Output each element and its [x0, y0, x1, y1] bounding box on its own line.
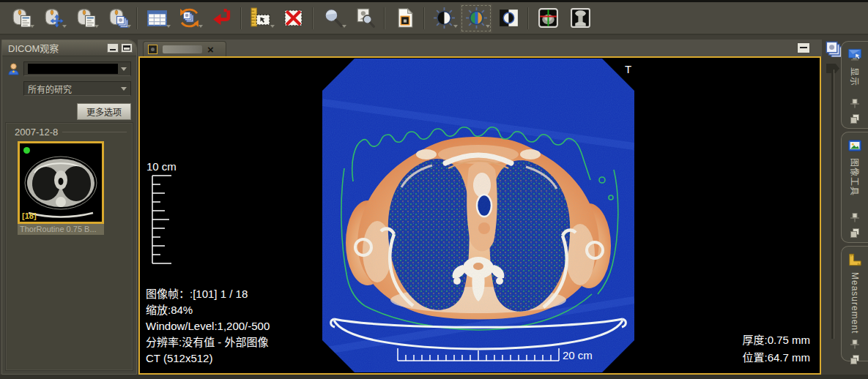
vertical-ruler: [150, 175, 174, 264]
dropdown-arrow-icon[interactable]: [486, 25, 490, 28]
slice-info-overlay: 厚度:0.75 mm 位置:64.7 mm: [742, 331, 810, 367]
mouse-annotate-tool-button[interactable]: [69, 4, 101, 33]
chevron-down-icon: [121, 87, 127, 91]
reference-lines-button[interactable]: [532, 4, 564, 33]
toolbar-separator: [527, 7, 529, 29]
file-export-icon: [393, 7, 416, 29]
image-tools-icon: [847, 138, 862, 153]
panel-title: DICOM观察: [8, 41, 59, 55]
dropdown-arrow-icon[interactable]: [342, 25, 346, 28]
export-image-button[interactable]: [388, 4, 420, 33]
dropdown-arrow-icon[interactable]: [166, 25, 171, 28]
viewport-minimize-button[interactable]: [797, 42, 810, 53]
pseudo-color-sun-icon: [465, 7, 488, 29]
invert-contrast-button[interactable]: [492, 4, 524, 33]
sidebar-tab-image-tools[interactable]: 图像工具: [841, 132, 868, 243]
study-filter-select[interactable]: 所有的研究: [23, 81, 131, 96]
dropdown-arrow-icon[interactable]: [270, 25, 275, 28]
series-caption[interactable]: ThorRoutine 0.75 B...: [18, 224, 104, 235]
ct-axial-image[interactable]: [322, 59, 634, 372]
series-thumbnail[interactable]: [18]: [18, 141, 104, 224]
patient-icon: [7, 62, 21, 76]
more-options-button[interactable]: 更多选项: [77, 103, 131, 120]
undo-reset-button[interactable]: [205, 4, 237, 33]
sidebar-tab-label: 显示: [849, 67, 861, 86]
slice-thickness: 厚度:0.75 mm: [742, 331, 810, 349]
float-window-icon[interactable]: [850, 354, 860, 364]
series-list: 2007-12-8: [5, 122, 133, 371]
dicom-viewer-window: DICOM观察 所有的研究 更多选项: [0, 0, 868, 379]
info-modality: CT (512x512): [146, 350, 270, 367]
ct-thumbnail-image: [20, 143, 102, 222]
orientation-marker: T: [625, 63, 631, 75]
rotate-series-button[interactable]: [173, 4, 205, 33]
patient-name-redacted: [28, 64, 118, 74]
toolbar-separator: [423, 7, 425, 29]
info-zoom: 缩放:84%: [146, 302, 270, 318]
panel-maximize-button[interactable]: [121, 43, 133, 53]
float-window-icon[interactable]: [850, 113, 860, 124]
invert-icon: [497, 7, 520, 29]
mouse-report-tool-button[interactable]: [4, 4, 37, 33]
grid-icon: [146, 7, 168, 29]
main-toolbar: [0, 2, 868, 35]
window-bottom-edge: [0, 375, 868, 379]
magnifier-image-icon: [354, 7, 376, 29]
mouse-stack-scroll-tool-button[interactable]: [101, 4, 133, 33]
tab-title-redacted: [163, 45, 202, 53]
toolbar-separator: [384, 7, 385, 29]
display-monitor-icon: [847, 48, 862, 62]
viewer-tab[interactable]: ×: [143, 41, 226, 56]
dropdown-arrow-icon[interactable]: [94, 25, 99, 28]
pseudo-color-button[interactable]: [460, 4, 492, 33]
chevron-down-icon: [121, 67, 127, 71]
series-status-dot: [23, 147, 30, 154]
float-window-icon[interactable]: [850, 228, 860, 238]
zoom-tool-button[interactable]: [316, 4, 349, 33]
dropdown-arrow-icon[interactable]: [453, 25, 458, 28]
pin-icon[interactable]: [850, 339, 860, 349]
measurement-ruler-icon: [847, 252, 862, 267]
layout-grid-button[interactable]: [141, 4, 173, 33]
reference-lines-icon: [537, 7, 560, 29]
frame-count-badge: [18]: [22, 211, 37, 220]
scout-view-button[interactable]: [564, 4, 596, 33]
frame-slider-track[interactable]: [831, 70, 834, 339]
study-filter-value: 所有的研究: [28, 83, 72, 95]
mouse-pan-tool-button[interactable]: [37, 4, 69, 33]
panel-minimize-button[interactable]: [107, 43, 119, 53]
sidebar-tab-display[interactable]: 显示: [841, 41, 868, 129]
dropdown-arrow-icon[interactable]: [62, 25, 67, 28]
dropdown-arrow-icon[interactable]: [127, 25, 131, 28]
vertical-ruler-label: 10 cm: [146, 160, 177, 173]
delete-measurements-button[interactable]: [277, 4, 309, 33]
magnifier-icon: [322, 7, 344, 29]
info-window-level: Window/Level:1,200/-500: [146, 318, 270, 334]
window-level-button[interactable]: [428, 4, 460, 33]
tab-close-icon[interactable]: ×: [207, 44, 214, 55]
info-resolution: 分辨率:没有值 - 外部图像: [146, 334, 270, 350]
toolbar-separator: [240, 7, 242, 29]
magnify-image-button[interactable]: [349, 4, 381, 33]
dicom-browser-panel: DICOM观察 所有的研究 更多选项: [1, 40, 137, 375]
toolbar-separator: [136, 7, 138, 29]
viewer-tab-bar: ×: [138, 40, 822, 56]
measure-region-select-button[interactable]: [245, 4, 277, 33]
dropdown-arrow-icon[interactable]: [30, 25, 34, 28]
date-divider: [62, 132, 127, 132]
sidebar-tab-measurement[interactable]: Measurement: [841, 246, 868, 361]
image-viewport[interactable]: T 10 cm 2: [138, 56, 821, 375]
rotate-icon: [178, 7, 201, 29]
panel-header: DICOM观察: [2, 40, 136, 56]
red-x-delete-icon: [282, 7, 305, 29]
dropdown-arrow-icon[interactable]: [199, 25, 203, 28]
red-undo-arrow-icon: [210, 7, 233, 29]
patient-select[interactable]: [23, 61, 131, 76]
toolbar-separator: [312, 7, 314, 29]
pin-icon[interactable]: [850, 212, 860, 222]
study-date-header: 2007-12-8: [15, 127, 58, 138]
sidebar-tab-label: Measurement: [850, 272, 860, 334]
pin-icon[interactable]: [850, 98, 860, 108]
ruler-select-icon: [250, 7, 272, 29]
info-frame: 图像帧：:[101] 1 / 18: [146, 286, 270, 302]
